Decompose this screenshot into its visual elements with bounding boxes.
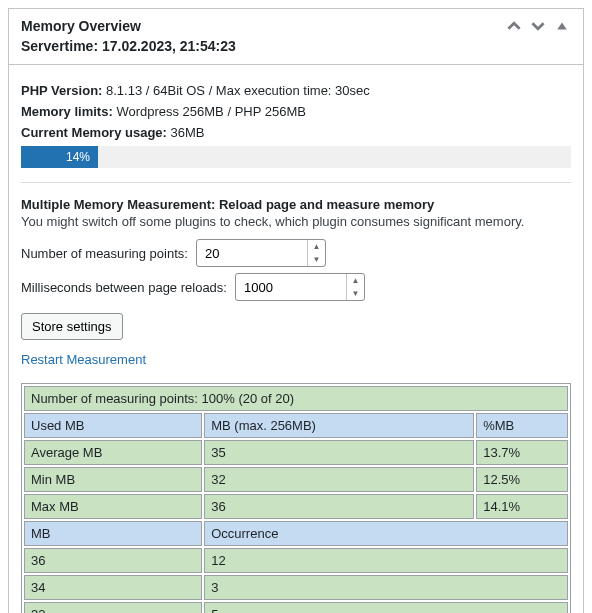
memory-progress-bar: 14% xyxy=(21,146,571,168)
points-input-wrapper: ▲ ▼ xyxy=(196,239,326,267)
memory-progress-label: 14% xyxy=(66,150,90,164)
restart-measurement-link[interactable]: Restart Measurement xyxy=(21,352,146,367)
results-summary: Number of measuring points: 100% (20 of … xyxy=(24,386,568,411)
panel-controls xyxy=(505,17,571,35)
ms-stepper: ▲ ▼ xyxy=(346,274,364,300)
table-header-row: Used MB MB (max. 256MB) %MB xyxy=(24,413,568,438)
ms-step-down-icon[interactable]: ▼ xyxy=(347,287,364,300)
divider xyxy=(21,182,571,183)
col-occurrence: Occurrence xyxy=(204,521,568,546)
points-label: Number of measuring points: xyxy=(21,246,188,261)
memory-progress-fill: 14% xyxy=(21,146,98,168)
store-settings-button[interactable]: Store settings xyxy=(21,313,123,340)
col-mb: MB (max. 256MB) xyxy=(204,413,474,438)
col-mb2: MB xyxy=(24,521,202,546)
panel-title-block: Memory Overview Servertime: 17.02.2023, … xyxy=(21,17,236,56)
col-used: Used MB xyxy=(24,413,202,438)
memory-limits-line: Memory limits: Wordpress 256MB / PHP 256… xyxy=(21,104,571,119)
col-pct: %MB xyxy=(476,413,568,438)
measurement-heading: Multiple Memory Measurement: Reload page… xyxy=(21,197,571,212)
table-row: 34 3 xyxy=(24,575,568,600)
memory-overview-panel: Memory Overview Servertime: 17.02.2023, … xyxy=(8,8,584,613)
panel-header: Memory Overview Servertime: 17.02.2023, … xyxy=(9,9,583,65)
results-table: Number of measuring points: 100% (20 of … xyxy=(21,383,571,613)
table-row: Min MB 32 12.5% xyxy=(24,467,568,492)
table-row: 32 5 xyxy=(24,602,568,613)
points-step-up-icon[interactable]: ▲ xyxy=(308,240,325,253)
ms-label: Milliseconds between page reloads: xyxy=(21,280,227,295)
ms-input-wrapper: ▲ ▼ xyxy=(235,273,365,301)
points-row: Number of measuring points: ▲ ▼ xyxy=(21,239,571,267)
table-row: Average MB 35 13.7% xyxy=(24,440,568,465)
table-row: Max MB 36 14.1% xyxy=(24,494,568,519)
points-input[interactable] xyxy=(197,240,307,266)
move-down-icon[interactable] xyxy=(529,17,547,35)
ms-input[interactable] xyxy=(236,274,346,300)
move-up-icon[interactable] xyxy=(505,17,523,35)
points-stepper: ▲ ▼ xyxy=(307,240,325,266)
collapse-toggle-icon[interactable] xyxy=(553,17,571,35)
ms-row: Milliseconds between page reloads: ▲ ▼ xyxy=(21,273,571,301)
ms-step-up-icon[interactable]: ▲ xyxy=(347,274,364,287)
panel-body: PHP Version: 8.1.13 / 64Bit OS / Max exe… xyxy=(9,65,583,613)
current-usage-line: Current Memory usage: 36MB xyxy=(21,125,571,140)
table-header-row: MB Occurrence xyxy=(24,521,568,546)
points-step-down-icon[interactable]: ▼ xyxy=(308,253,325,266)
php-version-line: PHP Version: 8.1.13 / 64Bit OS / Max exe… xyxy=(21,83,571,98)
table-row: 36 12 xyxy=(24,548,568,573)
panel-title: Memory Overview xyxy=(21,17,236,37)
panel-subtitle: Servertime: 17.02.2023, 21:54:23 xyxy=(21,37,236,57)
measurement-hint: You might switch off some plugins to che… xyxy=(21,214,571,229)
